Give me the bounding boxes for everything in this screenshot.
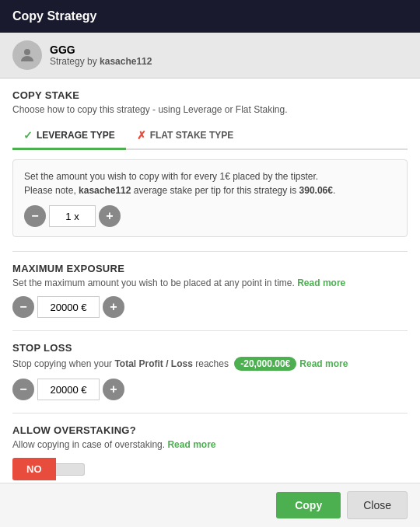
maximum-exposure-desc: Set the maximum amount you wish to be pl…	[12, 277, 408, 288]
copy-stake-title: COPY STAKE	[12, 89, 408, 101]
tab-leverage[interactable]: ✓ LEVERAGE TYPE	[12, 123, 126, 150]
stop-loss-read-more[interactable]: Read more	[299, 358, 348, 369]
stop-loss-section: STOP LOSS Stop copying when your Total P…	[12, 342, 408, 400]
overstaking-toggle: NO	[12, 458, 408, 480]
exposure-stepper: − +	[12, 296, 408, 318]
allow-overstaking-desc: Allow copying in case of overstaking. Re…	[12, 439, 408, 450]
exposure-increase-button[interactable]: +	[103, 296, 124, 318]
maximum-exposure-title: MAXIMUM EXPOSURE	[12, 263, 408, 274]
stop-loss-badge: -20,000.00€	[234, 357, 296, 371]
exposure-decrease-button[interactable]: −	[12, 296, 34, 318]
cross-icon: ✗	[137, 129, 146, 141]
stop-loss-desc: Stop copying when your Total Profit / Lo…	[12, 357, 408, 371]
stop-loss-stepper: − +	[12, 379, 408, 400]
allow-overstaking-section: ALLOW OVERSTAKING? Allow copying in case…	[12, 424, 408, 480]
divider-3	[12, 413, 408, 414]
copy-button[interactable]: Copy	[276, 492, 341, 518]
copy-stake-desc: Choose how to copy this strategy - using…	[12, 104, 408, 115]
multiplier-increase-button[interactable]: +	[99, 205, 121, 227]
copy-stake-section: COPY STAKE Choose how to copy this strat…	[12, 89, 408, 237]
overstaking-read-more[interactable]: Read more	[167, 439, 215, 450]
username: GGG	[50, 44, 152, 56]
user-info: GGG Strategy by kasache112	[50, 44, 152, 67]
avatar	[12, 40, 42, 70]
tab-flat-stake-label: FLAT STAKE TYPE	[150, 130, 234, 141]
user-row: GGG Strategy by kasache112	[0, 33, 420, 79]
tab-leverage-label: LEVERAGE TYPE	[37, 130, 115, 141]
divider-1	[12, 251, 408, 252]
stop-loss-input[interactable]	[37, 379, 100, 400]
divider-2	[12, 330, 408, 331]
overstaking-no-button[interactable]: NO	[12, 458, 56, 480]
close-button[interactable]: Close	[347, 491, 408, 519]
stake-type-tabs: ✓ LEVERAGE TYPE ✗ FLAT STAKE TYPE	[12, 123, 408, 150]
multiplier-stepper: − +	[24, 205, 396, 227]
exposure-input[interactable]	[37, 296, 100, 318]
tab-flat-stake[interactable]: ✗ FLAT STAKE TYPE	[126, 123, 245, 150]
overstaking-yes-button[interactable]	[56, 463, 85, 476]
allow-overstaking-title: ALLOW OVERSTAKING?	[12, 424, 408, 436]
dialog-header: Copy Strategy	[0, 0, 420, 33]
stop-loss-increase-button[interactable]: +	[103, 379, 124, 400]
strategy-by: Strategy by kasache112	[50, 56, 152, 67]
stop-loss-title: STOP LOSS	[12, 342, 408, 354]
maximum-exposure-section: MAXIMUM EXPOSURE Set the maximum amount …	[12, 263, 408, 318]
dialog-footer: Copy Close	[0, 483, 420, 527]
multiplier-decrease-button[interactable]: −	[24, 205, 46, 227]
leverage-description: Set the amount you wish to copy with for…	[24, 169, 396, 197]
stop-loss-decrease-button[interactable]: −	[12, 379, 34, 400]
main-content: COPY STAKE Choose how to copy this strat…	[0, 79, 420, 483]
maximum-exposure-read-more[interactable]: Read more	[297, 277, 345, 288]
leverage-box: Set the amount you wish to copy with for…	[12, 159, 408, 237]
check-icon: ✓	[23, 129, 33, 141]
multiplier-input[interactable]	[49, 205, 96, 227]
svg-point-0	[24, 49, 30, 55]
header-title: Copy Strategy	[12, 9, 96, 23]
